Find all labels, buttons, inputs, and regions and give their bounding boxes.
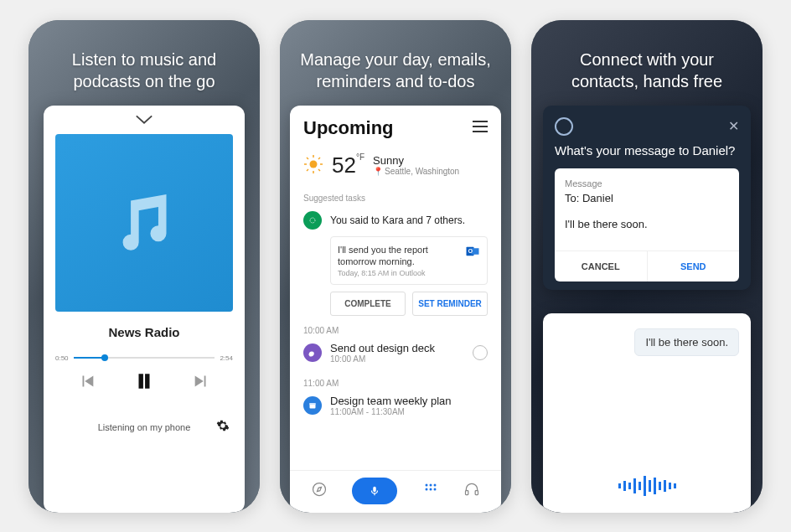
headline-message: Connect with your contacts, hands free — [531, 20, 763, 106]
svg-text:O: O — [468, 248, 473, 254]
task-title: Design team weekly plan — [330, 395, 452, 407]
music-note-icon — [100, 178, 189, 267]
message-to: To: Daniel — [565, 192, 729, 204]
svg-line-7 — [307, 169, 308, 171]
listening-on-label: Listening on my phone — [72, 422, 216, 432]
svg-point-21 — [433, 488, 436, 491]
recipient-name: Daniel — [582, 192, 613, 204]
mic-button[interactable] — [352, 478, 397, 504]
svg-rect-34 — [669, 483, 671, 489]
svg-rect-33 — [664, 480, 666, 492]
headline-upcoming: Manage your day, emails, reminders and t… — [280, 20, 511, 106]
suggested-tasks-label: Suggested tasks — [290, 190, 501, 206]
svg-line-6 — [318, 169, 320, 171]
menu-icon[interactable] — [473, 121, 488, 135]
response-area: I'll be there soon. — [543, 313, 751, 513]
task-row[interactable]: Design team weekly plan 11:00AM - 11:30A… — [290, 390, 501, 421]
screenshot-upcoming: Manage your day, emails, reminders and t… — [280, 20, 511, 513]
album-art — [55, 134, 233, 312]
svg-rect-28 — [638, 482, 641, 490]
location-pin-icon: 📍 — [373, 167, 383, 176]
task-title: Send out design deck — [330, 342, 435, 354]
sun-icon — [303, 154, 323, 177]
cortana-ring-icon — [555, 117, 573, 136]
svg-point-9 — [310, 218, 315, 223]
screenshot-music: Listen to music and podcasts on the go N… — [28, 20, 260, 513]
svg-rect-26 — [628, 483, 631, 489]
suggested-task: You said to Kara and 7 others. I'll send… — [290, 206, 501, 317]
cortana-prompt: What's your message to Daniel? — [555, 142, 739, 159]
svg-point-16 — [425, 484, 427, 487]
previous-track-icon[interactable] — [78, 372, 96, 394]
headset-icon[interactable] — [463, 481, 480, 500]
voice-waveform-icon[interactable] — [555, 467, 739, 504]
compass-icon[interactable] — [311, 481, 328, 500]
music-player-card: News Radio 0:50 2:54 — [44, 106, 245, 513]
set-reminder-button[interactable]: SET REMINDER — [412, 292, 488, 316]
task-complete-radio[interactable] — [473, 345, 488, 360]
send-button[interactable]: SEND — [647, 251, 740, 281]
snippet-meta: Today, 8:15 AM in Outlook — [338, 269, 458, 277]
message-body[interactable]: I'll be there soon. — [565, 218, 729, 230]
cortana-panel: ✕ What's your message to Daniel? Message… — [543, 106, 751, 291]
track-title: News Radio — [55, 325, 233, 339]
next-track-icon[interactable] — [192, 372, 210, 394]
svg-rect-35 — [674, 483, 676, 488]
cancel-button[interactable]: CANCEL — [555, 251, 647, 281]
complete-button[interactable]: COMPLETE — [330, 292, 406, 316]
upcoming-card: Upcoming 52°F Sunny 📍Seattle, Washington — [290, 106, 501, 513]
svg-point-0 — [310, 160, 318, 168]
svg-rect-32 — [659, 482, 661, 490]
temperature-unit: °F — [356, 152, 364, 162]
headline-music: Listen to music and podcasts on the go — [28, 20, 260, 106]
task-status-icon — [303, 211, 322, 230]
svg-line-8 — [318, 158, 320, 159]
svg-rect-27 — [633, 478, 636, 493]
progress-row: 0:50 2:54 — [55, 354, 233, 362]
svg-point-19 — [425, 488, 427, 491]
svg-point-17 — [429, 484, 432, 487]
svg-point-18 — [433, 484, 436, 487]
calendar-event-icon — [303, 396, 322, 415]
svg-rect-22 — [466, 491, 468, 495]
task-type-icon — [303, 343, 322, 362]
weather-location: 📍Seattle, Washington — [373, 167, 459, 176]
svg-point-15 — [313, 483, 325, 496]
time-elapsed: 0:50 — [55, 354, 69, 362]
svg-rect-24 — [618, 483, 621, 488]
screenshot-message: Connect with your contacts, hands free ✕… — [531, 20, 763, 513]
outlook-icon: O — [465, 244, 480, 261]
svg-rect-31 — [654, 478, 656, 494]
message-label: Message — [565, 178, 729, 189]
grid-dots-icon[interactable] — [422, 481, 439, 500]
time-slot-label: 10:00 AM — [290, 316, 501, 337]
snippet-body: I'll send you the report tomorrow mornin… — [338, 244, 458, 268]
pause-icon[interactable] — [133, 370, 155, 395]
svg-rect-30 — [649, 480, 651, 492]
page-title: Upcoming — [303, 117, 394, 139]
close-icon[interactable]: ✕ — [728, 118, 739, 134]
response-bubble: I'll be there soon. — [634, 328, 739, 356]
svg-rect-14 — [310, 403, 316, 405]
task-subtitle: 11:00AM - 11:30AM — [330, 407, 452, 416]
task-header-text: You said to Kara and 7 others. — [330, 214, 465, 226]
time-total: 2:54 — [220, 354, 233, 362]
svg-rect-29 — [644, 476, 646, 496]
weather-condition: Sunny — [373, 154, 459, 167]
svg-rect-25 — [623, 481, 626, 491]
time-slot-label: 11:00 AM — [290, 369, 501, 390]
bottom-nav — [290, 470, 501, 513]
svg-line-5 — [307, 158, 308, 159]
svg-point-20 — [429, 488, 432, 491]
task-row[interactable]: Send out design deck 10:00 AM — [290, 337, 501, 369]
task-snippet[interactable]: I'll send you the report tomorrow mornin… — [330, 236, 488, 286]
progress-bar[interactable] — [74, 357, 215, 359]
gear-icon[interactable] — [216, 419, 230, 436]
chevron-down-icon[interactable] — [135, 114, 153, 128]
temperature-value: 52 — [332, 152, 356, 178]
message-compose-card: Message To: Daniel I'll be there soon. C… — [555, 168, 739, 281]
weather-row[interactable]: 52°F Sunny 📍Seattle, Washington — [290, 146, 501, 190]
task-subtitle: 10:00 AM — [330, 354, 435, 364]
svg-rect-23 — [475, 491, 478, 495]
